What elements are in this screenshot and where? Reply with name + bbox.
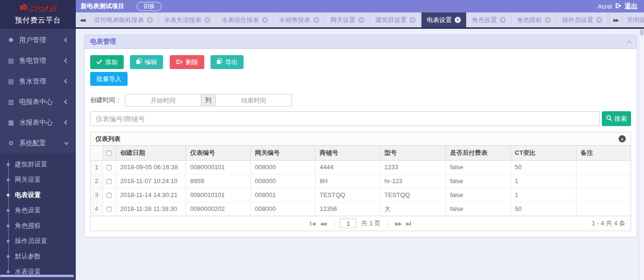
sidebar-subitem[interactable]: 操作员设置: [0, 233, 76, 249]
sidebar-item[interactable]: ✱ 用户管理: [0, 30, 76, 50]
sidebar-item[interactable]: ▤ 售电管理: [0, 50, 76, 71]
tab-close-icon[interactable]: ✕: [500, 17, 506, 23]
row-checkbox[interactable]: [106, 207, 112, 212]
page-number-input[interactable]: [340, 219, 357, 228]
export-button[interactable]: 导出: [211, 55, 244, 69]
tab-close-icon[interactable]: ✕: [147, 17, 153, 23]
search-icon: [606, 115, 612, 123]
edit-button[interactable]: 编辑: [130, 55, 163, 69]
chevron-icon: [64, 120, 69, 125]
tab[interactable]: 电表设置 ✕: [422, 12, 467, 27]
delete-button[interactable]: 删除: [170, 55, 204, 69]
tab-label: 水表综合报表: [222, 16, 259, 24]
app-window: Acrel 预付费云平台 ✱ 用户管理 ▤ 售电管理 ▤ 售水管理 ▥ 电报表中…: [0, 0, 644, 280]
close-operations-button[interactable]: 关闭操作: [622, 12, 644, 27]
switch-project-button[interactable]: 切换: [137, 2, 162, 11]
table-cell: 4444: [315, 160, 380, 174]
sidebar-subitem-label: 角色授权: [15, 222, 41, 230]
tab[interactable]: 角色设置 ✕: [467, 12, 512, 27]
table-cell: 2018-11-28 11:38:30: [116, 202, 186, 216]
table-cell: 1: [510, 188, 576, 202]
row-checkbox[interactable]: [106, 179, 112, 184]
row-number-cell: 2: [91, 174, 103, 188]
vertical-scrollbar[interactable]: [639, 29, 644, 280]
tabs-scroll-right-icon[interactable]: ▶▶: [609, 12, 622, 27]
sidebar-subitem[interactable]: 默认参数: [0, 249, 76, 264]
first-page-icon[interactable]: ◀: [310, 221, 315, 226]
table-cell: 2018-11-07 10:24:10: [116, 174, 186, 188]
sidebar-item[interactable]: ▦ 水报表中心: [0, 112, 76, 133]
pager-divider: [387, 220, 387, 227]
row-checkbox-cell: [103, 160, 116, 174]
select-all-checkbox[interactable]: [106, 151, 112, 156]
sidebar-subitem[interactable]: 建筑群设置: [0, 157, 76, 172]
tabs-scroll-left-icon[interactable]: ◀◀: [76, 12, 89, 27]
gear-icon: ⚙: [7, 140, 15, 147]
start-time-input[interactable]: [125, 94, 201, 106]
tab-label: 电表设置: [427, 16, 452, 24]
tab[interactable]: 管控电表能耗报表 ✕: [89, 12, 159, 27]
tab-close-icon[interactable]: ✕: [410, 17, 416, 23]
sidebar-item-label: 用户管理: [19, 36, 46, 45]
tab-close-icon[interactable]: ✕: [455, 17, 461, 23]
tab[interactable]: 水表失连报表 ✕: [159, 12, 216, 27]
logout-icon[interactable]: [615, 3, 621, 10]
tab[interactable]: 水表综合报表 ✕: [216, 12, 274, 27]
column-header: 网关编号: [250, 146, 315, 160]
tab[interactable]: 操作员设置 ✕: [557, 12, 608, 27]
row-checkbox[interactable]: [106, 165, 112, 170]
tab[interactable]: 建筑群设置 ✕: [370, 12, 422, 27]
table-row[interactable]: 2 2018-11-07 10:24:1089590080008Hhr-123f…: [91, 174, 631, 188]
sidebar-subitem[interactable]: 网关设置: [0, 172, 76, 187]
sidebar-item[interactable]: ⚙ 系统配置: [0, 133, 76, 153]
tab-close-icon[interactable]: ✕: [313, 17, 319, 23]
sidebar-item-label: 系统配置: [19, 139, 46, 148]
chevron-icon: [64, 100, 69, 105]
table-cell: 12356: [315, 202, 380, 216]
select-all-header: [103, 146, 116, 160]
tab-close-icon[interactable]: ✕: [545, 17, 551, 23]
search-button[interactable]: 搜索: [602, 111, 631, 126]
add-button[interactable]: 添加: [90, 55, 124, 69]
table-header-row: 创建日期仪表编号网关编号商铺号型号是否后付费表CT变比备注: [91, 146, 631, 160]
search-input[interactable]: [90, 111, 600, 126]
vertical-scrollbar-thumb[interactable]: [640, 29, 644, 35]
table-row[interactable]: 1 2018-09-05 06:16:380080000101008000444…: [91, 160, 631, 174]
sidebar-subitem[interactable]: 角色授权: [0, 218, 76, 233]
tab[interactable]: 网关设置 ✕: [325, 12, 370, 27]
table-cell: hr-123: [380, 174, 445, 188]
end-time-input[interactable]: [215, 94, 292, 106]
sidebar-subitem[interactable]: 电表设置: [0, 187, 76, 203]
panel-collapse-icon[interactable]: [626, 40, 632, 46]
table-row[interactable]: 4 2018-11-28 11:38:300080000202008000123…: [91, 202, 631, 216]
row-checkbox[interactable]: [106, 193, 112, 198]
previous-page-icon[interactable]: ◀◀: [320, 221, 326, 226]
table-cell: false: [445, 174, 510, 188]
sidebar-horizontal-scrollbar[interactable]: [0, 275, 74, 277]
sidebar-subitem-label: 电表设置: [15, 191, 41, 199]
last-page-icon[interactable]: ▶: [406, 221, 411, 226]
tab[interactable]: 水销售报表 ✕: [274, 12, 325, 27]
sidebar-item-label: 水报表中心: [19, 118, 53, 127]
next-page-icon[interactable]: ▶▶: [395, 221, 401, 226]
tab-close-icon[interactable]: ✕: [204, 17, 211, 23]
logout-button[interactable]: 退出: [625, 2, 637, 11]
tab-label: 水销售报表: [279, 16, 310, 24]
table-row[interactable]: 3 2018-11-14 14:30:210080010101008001TES…: [91, 188, 631, 202]
tab[interactable]: 角色授权 ✕: [512, 12, 557, 27]
tab-label: 建筑群设置: [375, 16, 407, 24]
tab-close-icon[interactable]: ✕: [262, 17, 268, 23]
tab-close-icon[interactable]: ✕: [358, 17, 364, 23]
sidebar-item[interactable]: ▥ 电报表中心: [0, 92, 76, 112]
tab-close-icon[interactable]: ✕: [596, 17, 602, 23]
sidebar-subitem[interactable]: 角色设置: [0, 203, 76, 218]
batch-import-button[interactable]: 批量导入: [90, 72, 128, 86]
table-cell: [576, 160, 631, 174]
table-cell: TESTQQ: [380, 188, 445, 202]
table-cell: 大: [380, 202, 445, 216]
arrow-up-circle-icon[interactable]: ▲: [619, 135, 626, 142]
sidebar-bottom-strip: [0, 278, 76, 280]
sidebar-item[interactable]: ▤ 售水管理: [0, 71, 76, 92]
row-number-cell: 4: [91, 202, 103, 216]
row-checkbox-cell: [103, 188, 116, 202]
